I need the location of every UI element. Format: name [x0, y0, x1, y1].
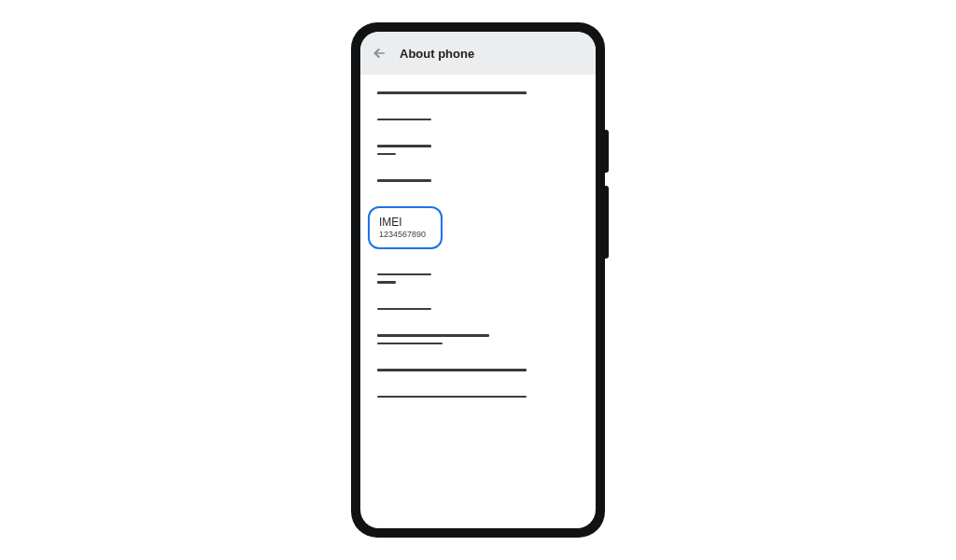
volume-button: [605, 186, 609, 259]
power-button: [605, 130, 609, 173]
placeholder-line: [377, 334, 489, 337]
list-item[interactable]: [377, 273, 579, 284]
placeholder-line: [377, 396, 527, 399]
placeholder-line: [377, 369, 527, 371]
imei-label: IMEI: [379, 216, 426, 229]
app-bar: About phone: [360, 32, 596, 75]
placeholder-line: [377, 281, 396, 284]
placeholder-line: [377, 273, 431, 276]
placeholder-line: [377, 179, 431, 182]
phone-frame: About phone IMEI 1234567890: [351, 22, 605, 538]
screen: About phone IMEI 1234567890: [360, 32, 596, 528]
placeholder-line: [377, 343, 443, 345]
placeholder-line: [377, 153, 396, 156]
list-item[interactable]: [377, 119, 579, 121]
page-title: About phone: [400, 47, 474, 61]
imei-value: 1234567890: [379, 230, 426, 240]
placeholder-line: [377, 145, 431, 147]
placeholder-line: [377, 119, 431, 121]
placeholder-line: [377, 308, 431, 311]
back-arrow-icon[interactable]: [372, 46, 387, 61]
list-item[interactable]: [377, 308, 579, 311]
settings-list: IMEI 1234567890: [360, 75, 596, 528]
list-item[interactable]: [377, 369, 579, 371]
list-item[interactable]: [377, 396, 579, 399]
list-item[interactable]: [377, 179, 579, 182]
list-item[interactable]: [377, 145, 579, 155]
imei-item[interactable]: IMEI 1234567890: [368, 206, 443, 249]
placeholder-line: [377, 91, 527, 94]
list-item[interactable]: [377, 334, 579, 344]
list-item[interactable]: [377, 91, 579, 94]
